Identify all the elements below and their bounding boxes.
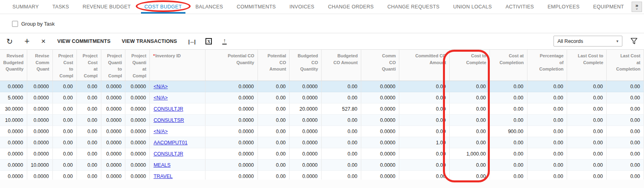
view-transactions-button[interactable]: VIEW TRANSACTIONS bbox=[122, 38, 177, 44]
grid-cell[interactable]: 0.0000 bbox=[101, 92, 125, 103]
grid-cell[interactable]: 0.00 bbox=[76, 115, 101, 126]
column-header-project-cost-to-compl[interactable]: Project Cost to Compl bbox=[52, 50, 76, 81]
grid-cell[interactable]: 0.0000 bbox=[101, 103, 125, 115]
grid-cell[interactable]: 0.0000 bbox=[125, 137, 150, 148]
grid-cell[interactable]: 0.0000 bbox=[27, 126, 52, 137]
table-row[interactable]: 0.000010.00000.000.000.00000.0000MEALS0.… bbox=[0, 160, 644, 171]
grid-cell[interactable]: 0.00 bbox=[527, 137, 567, 148]
inventory-link[interactable]: <N/A> bbox=[153, 95, 167, 101]
export-excel-icon[interactable]: X bbox=[205, 38, 212, 44]
grid-cell[interactable]: 0.00 bbox=[76, 148, 101, 160]
grid-cell[interactable]: 0.00 bbox=[322, 92, 361, 103]
grid-cell[interactable]: 0.0000 bbox=[27, 103, 52, 115]
grid-cell[interactable]: 0.00 bbox=[527, 148, 567, 160]
grid-cell[interactable]: 0.00 bbox=[399, 81, 450, 92]
grid-cell[interactable]: 0.0000 bbox=[0, 137, 27, 148]
grid-cell[interactable]: 0.00 bbox=[399, 92, 450, 103]
column-header-revise-comm-quant[interactable]: Revise Comm Quant bbox=[27, 50, 52, 81]
grid-cell[interactable]: 0.00 bbox=[258, 137, 290, 148]
grid-cell[interactable]: 527.80 bbox=[322, 103, 361, 115]
grid-cell[interactable]: 0.00 bbox=[490, 160, 527, 171]
grid-cell[interactable]: 0.00 bbox=[490, 81, 527, 92]
inventory-link[interactable]: TRAVEL bbox=[153, 174, 173, 179]
tab-activities[interactable]: ACTIVITIES bbox=[499, 0, 541, 14]
grid-cell[interactable]: 0.00 bbox=[76, 103, 101, 115]
grid-cell[interactable]: 0.0000 bbox=[205, 115, 258, 126]
column-header-committed-co-amount[interactable]: Committed CO Amount bbox=[399, 50, 450, 81]
column-header-last-cost-at-completion[interactable]: Last Cost at Completion bbox=[607, 50, 644, 81]
grid-cell[interactable]: 0.0000 bbox=[361, 103, 399, 115]
grid-cell[interactable]: 0.0000 bbox=[290, 81, 322, 92]
grid-cell[interactable]: 0.00 bbox=[567, 126, 607, 137]
grid-cell[interactable]: 1,000.00 bbox=[449, 148, 489, 160]
grid-cell[interactable]: 0.00 bbox=[607, 103, 644, 115]
tab-revenue-budget[interactable]: REVENUE BUDGET bbox=[76, 0, 137, 14]
grid-cell[interactable]: 0.00 bbox=[527, 126, 567, 137]
grid-cell[interactable]: 0.00 bbox=[258, 103, 290, 115]
grid-cell[interactable]: CONSULTSR bbox=[150, 115, 205, 126]
grid-cell[interactable]: 0.00 bbox=[490, 148, 527, 160]
grid-cell[interactable]: 0.0000 bbox=[205, 148, 258, 160]
grid-cell[interactable]: 0.0000 bbox=[0, 148, 27, 160]
grid-cell[interactable]: 0.0000 bbox=[101, 148, 125, 160]
grid-cell[interactable]: MEALS bbox=[150, 160, 205, 171]
inventory-link[interactable]: <N/A> bbox=[153, 84, 167, 89]
grid-cell[interactable]: 0.00 bbox=[567, 137, 607, 148]
grid-cell[interactable]: 0.0000 bbox=[27, 92, 52, 103]
grid-cell[interactable]: 30.0000 bbox=[0, 103, 27, 115]
grid-cell[interactable]: 0.0000 bbox=[125, 160, 150, 171]
filter-icon[interactable] bbox=[630, 38, 638, 44]
grid-cell[interactable]: 0.0000 bbox=[101, 126, 125, 137]
grid-cell[interactable]: 0.00 bbox=[607, 148, 644, 160]
grid-cell[interactable]: 0.0000 bbox=[290, 115, 322, 126]
grid-cell[interactable]: 0.00 bbox=[76, 81, 101, 92]
grid-cell[interactable]: 0.00 bbox=[449, 92, 489, 103]
grid-cell[interactable]: 0.00 bbox=[52, 148, 76, 160]
grid-cell[interactable]: 5.0000 bbox=[0, 92, 27, 103]
grid-cell[interactable]: 0.00 bbox=[399, 160, 450, 171]
grid-cell[interactable]: 1.00 bbox=[399, 137, 450, 148]
inventory-link[interactable]: MEALS bbox=[153, 162, 170, 168]
grid-cell[interactable]: 0.0000 bbox=[361, 137, 399, 148]
grid-cell[interactable]: 0.00 bbox=[567, 115, 607, 126]
grid-cell[interactable]: 0.00 bbox=[76, 92, 101, 103]
tab-commitments[interactable]: COMMITMENTS bbox=[230, 0, 283, 14]
grid-cell[interactable]: 0.00 bbox=[449, 81, 489, 92]
column-header-last-cost-to-complete[interactable]: Last Cost to Complete bbox=[567, 50, 607, 81]
grid-cell[interactable]: 0.0000 bbox=[27, 137, 52, 148]
grid-cell[interactable]: 0.0000 bbox=[205, 137, 258, 148]
grid-cell[interactable]: 0.0000 bbox=[125, 126, 150, 137]
grid-cell[interactable]: 0.00 bbox=[258, 115, 290, 126]
grid-cell[interactable]: 0.00 bbox=[527, 81, 567, 92]
column-header-comm-co-quanti[interactable]: Comm CO Quanti bbox=[361, 50, 399, 81]
grid-cell[interactable]: 0.00 bbox=[607, 137, 644, 148]
grid-cell[interactable]: 0.00 bbox=[258, 92, 290, 103]
grid-cell[interactable]: 0.00 bbox=[567, 103, 607, 115]
grid-cell[interactable]: 0.0000 bbox=[0, 81, 27, 92]
grid-cell[interactable]: 0.00 bbox=[52, 81, 76, 92]
grid-cell[interactable]: 0.00 bbox=[322, 137, 361, 148]
grid-cell[interactable]: 0.00 bbox=[527, 103, 567, 115]
grid-cell[interactable]: 0.0000 bbox=[27, 115, 52, 126]
grid-cell[interactable]: 0.00 bbox=[490, 92, 527, 103]
grid-cell[interactable]: 0.0000 bbox=[290, 160, 322, 171]
grid-cell[interactable]: 0.0000 bbox=[27, 148, 52, 160]
grid-cell[interactable]: 0.00 bbox=[490, 115, 527, 126]
grid-cell[interactable]: 0.0000 bbox=[27, 81, 52, 92]
grid-cell[interactable]: 0.00 bbox=[76, 126, 101, 137]
grid-cell[interactable]: 0.00 bbox=[567, 81, 607, 92]
grid-cell[interactable]: CONSULTJR bbox=[150, 103, 205, 115]
fit-width-icon[interactable]: |↔| bbox=[188, 38, 195, 44]
grid-cell[interactable]: 0.0000 bbox=[290, 92, 322, 103]
column-header-project-quanti-at-compl[interactable]: Project Quanti at Compl bbox=[125, 50, 150, 81]
column-header-project-cost-at-compl[interactable]: Project Cost at Compl bbox=[76, 50, 101, 81]
grid-cell[interactable]: 0.0000 bbox=[205, 126, 258, 137]
tab-change-orders[interactable]: CHANGE ORDERS bbox=[321, 0, 380, 14]
grid-cell[interactable]: 0.00 bbox=[76, 137, 101, 148]
grid-cell[interactable]: <N/A> bbox=[150, 92, 205, 103]
grid-cell[interactable]: 0.00 bbox=[567, 148, 607, 160]
grid-cell[interactable]: 0.0000 bbox=[361, 126, 399, 137]
grid-cell[interactable]: 0.00 bbox=[490, 137, 527, 148]
group-by-task-checkbox[interactable] bbox=[12, 21, 18, 27]
grid-cell[interactable]: 0.00 bbox=[258, 148, 290, 160]
